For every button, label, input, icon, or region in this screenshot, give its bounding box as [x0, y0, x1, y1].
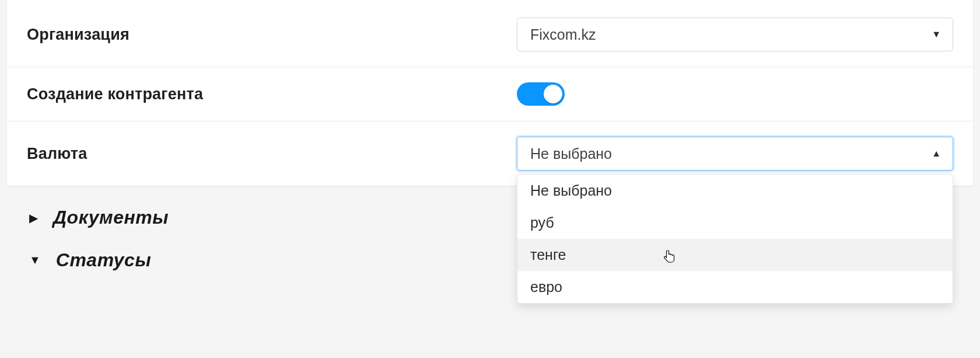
currency-option-3[interactable]: евро — [517, 271, 953, 303]
organization-select-value: Fixcom.kz — [530, 26, 596, 43]
currency-select[interactable]: Не выбрано ▲ — [517, 137, 953, 171]
organization-select[interactable]: Fixcom.kz ▼ — [517, 18, 953, 51]
section-statuses-title: Статусы — [56, 249, 151, 271]
organization-label: Организация — [27, 26, 517, 44]
section-documents-title: Документы — [53, 207, 169, 228]
create-counterparty-toggle[interactable] — [517, 82, 565, 106]
row-organization: Организация Fixcom.kz ▼ — [7, 2, 973, 67]
caret-down-icon: ▼ — [932, 29, 941, 40]
chevron-down-icon: ▼ — [29, 253, 41, 267]
row-currency: Валюта Не выбрано ▲ Не выбрано руб тенге… — [7, 121, 973, 186]
currency-control: Не выбрано ▲ Не выбрано руб тенге евро — [517, 137, 953, 171]
chevron-right-icon: ▶ — [29, 211, 38, 225]
currency-label: Валюта — [27, 145, 517, 163]
settings-card: Организация Fixcom.kz ▼ Создание контраг… — [7, 0, 973, 186]
row-create-counterparty: Создание контрагента — [7, 67, 973, 121]
create-counterparty-label: Создание контрагента — [27, 85, 517, 103]
currency-option-0[interactable]: Не выбрано — [517, 175, 953, 207]
toggle-knob — [544, 85, 562, 103]
currency-option-1[interactable]: руб — [517, 207, 953, 239]
caret-up-icon: ▲ — [932, 148, 941, 159]
currency-select-value: Не выбрано — [530, 145, 612, 162]
currency-dropdown: Не выбрано руб тенге евро — [517, 174, 953, 304]
organization-control: Fixcom.kz ▼ — [517, 18, 953, 51]
currency-option-2[interactable]: тенге — [517, 239, 953, 271]
create-counterparty-control — [517, 82, 953, 106]
